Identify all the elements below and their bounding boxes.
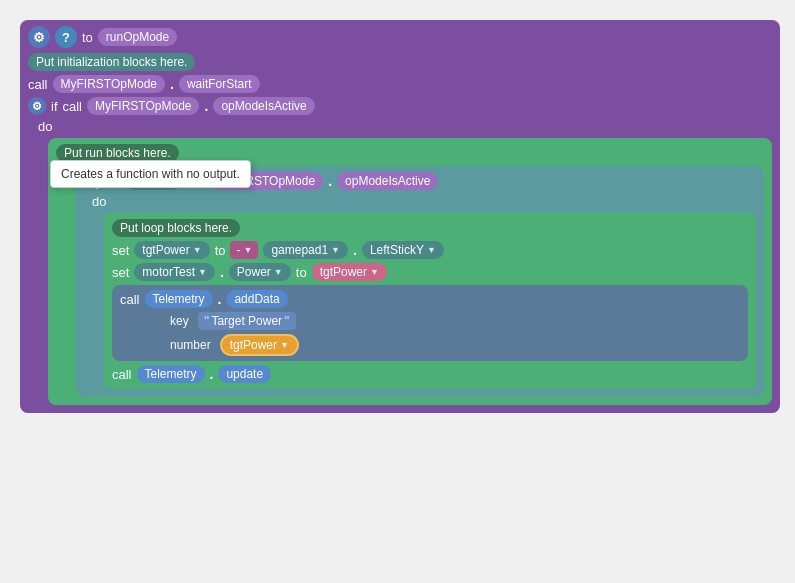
function-name-label: runOpMode xyxy=(106,30,169,44)
to-label-1: to xyxy=(215,243,226,258)
init-text: Put initialization blocks here. xyxy=(36,55,187,69)
open-quote: " xyxy=(204,314,210,328)
loop-text: Put loop blocks here. xyxy=(120,221,232,235)
motortest-pill[interactable]: motorTest ▼ xyxy=(134,263,215,281)
update-pill[interactable]: update xyxy=(218,365,271,383)
header-row: ⚙ ? to runOpMode xyxy=(28,26,772,48)
call-telemetry-adddata-row[interactable]: call Telemetry . addData xyxy=(120,290,740,308)
dot-gamepad: . xyxy=(353,242,357,258)
leftsticky-dropdown: ▼ xyxy=(427,245,436,255)
telemetry-pill-1[interactable]: Telemetry xyxy=(145,290,213,308)
method-opmode-while[interactable]: opModeIsActive xyxy=(337,172,438,190)
question-icon[interactable]: ? xyxy=(55,26,77,48)
loop-placeholder: Put loop blocks here. xyxy=(112,219,240,237)
telemetry-pill-2[interactable]: Telemetry xyxy=(137,365,205,383)
adddata-pill[interactable]: addData xyxy=(226,290,287,308)
init-placeholder: Put initialization blocks here. xyxy=(28,53,195,71)
do-row-1: do xyxy=(28,119,772,134)
key-label: key xyxy=(170,314,189,328)
motortest-dropdown: ▼ xyxy=(198,267,207,277)
power-dropdown: ▼ xyxy=(274,267,283,277)
target-power-string[interactable]: " Target Power " xyxy=(198,312,296,330)
set-motortest-row[interactable]: set motorTest ▼ . Power ▼ to xyxy=(112,263,748,281)
close-quote: " xyxy=(284,314,290,328)
tgtpower-number-dropdown: ▼ xyxy=(280,340,289,350)
if-label: if xyxy=(51,99,58,114)
repeat-while-container: repeat while ▼ call MyFIRSTOpMode . opMo… xyxy=(76,166,764,397)
minus-block[interactable]: - ▼ xyxy=(230,241,258,259)
do-row-2: do xyxy=(84,194,756,209)
call-label-if: call xyxy=(63,99,83,114)
tgtpower-number-value: tgtPower xyxy=(230,338,277,352)
set-label-2: set xyxy=(112,265,129,280)
gamepad1-pill[interactable]: gamepad1 ▼ xyxy=(263,241,348,259)
loop-placeholder-row: Put loop blocks here. xyxy=(112,219,748,237)
tooltip: Creates a function with no output. xyxy=(50,160,251,188)
set-label-1: set xyxy=(112,243,129,258)
module-myfirstopmode-if[interactable]: MyFIRSTOpMode xyxy=(87,97,199,115)
call-telemetry-update-row[interactable]: call Telemetry . update xyxy=(112,365,748,383)
run-text: Put run blocks here. xyxy=(64,146,171,160)
module-myfirstopmode-1[interactable]: MyFIRSTOpMode xyxy=(53,75,165,93)
dot-if: . xyxy=(204,98,208,114)
gear-icon[interactable]: ⚙ xyxy=(28,26,50,48)
tgtpower-number-pill[interactable]: tgtPower ▼ xyxy=(220,334,299,356)
do-label-2: do xyxy=(92,194,106,209)
call-label-update: call xyxy=(112,367,132,382)
function-name-pill[interactable]: runOpMode xyxy=(98,28,177,46)
dot-motor: . xyxy=(220,264,224,280)
tgtpower-pill-1[interactable]: tgtPower ▼ xyxy=(134,241,209,259)
dot-update: . xyxy=(210,366,214,382)
number-label: number xyxy=(170,338,211,352)
tgtpower-pill-2[interactable]: tgtPower ▼ xyxy=(312,263,387,281)
tooltip-text: Creates a function with no output. xyxy=(61,167,240,181)
method-waitforstart[interactable]: waitForStart xyxy=(179,75,260,93)
if-row[interactable]: ⚙ if call MyFIRSTOpMode . opModeIsActive xyxy=(28,97,772,115)
do-label-1: do xyxy=(38,119,52,134)
keyword-to: to xyxy=(82,30,93,45)
call-label-tel: call xyxy=(120,292,140,307)
set-tgtpower-row[interactable]: set tgtPower ▼ to - ▼ gamepad1 xyxy=(112,241,748,259)
method-opmode-if[interactable]: opModeIsActive xyxy=(213,97,314,115)
key-row: key " Target Power " xyxy=(170,312,740,330)
target-power-value: Target Power xyxy=(211,314,282,328)
dot-tel: . xyxy=(218,291,222,307)
to-label-2: to xyxy=(296,265,307,280)
dot-while: . xyxy=(328,173,332,189)
leftsticky-pill[interactable]: LeftStickY ▼ xyxy=(362,241,444,259)
loop-content-container: Put loop blocks here. set tgtPower ▼ to xyxy=(104,213,756,389)
dot-1: . xyxy=(170,76,174,92)
number-row: number tgtPower ▼ xyxy=(170,334,740,356)
gamepad1-dropdown: ▼ xyxy=(331,245,340,255)
tgtpower-dropdown-2: ▼ xyxy=(370,267,379,277)
minus-dropdown: ▼ xyxy=(243,245,252,255)
call-waitforstart-row[interactable]: call MyFIRSTOpMode . waitForStart xyxy=(28,75,772,93)
telemetry-adddata-container: call Telemetry . addData xyxy=(112,285,748,361)
call-label-1: call xyxy=(28,77,48,92)
outer-purple-container: ⚙ ? to runOpMode Put initialization bloc… xyxy=(20,20,780,413)
if-gear-icon[interactable]: ⚙ xyxy=(28,97,46,115)
init-placeholder-row: Put initialization blocks here. xyxy=(28,53,772,71)
tgtpower-dropdown-1: ▼ xyxy=(193,245,202,255)
power-pill[interactable]: Power ▼ xyxy=(229,263,291,281)
